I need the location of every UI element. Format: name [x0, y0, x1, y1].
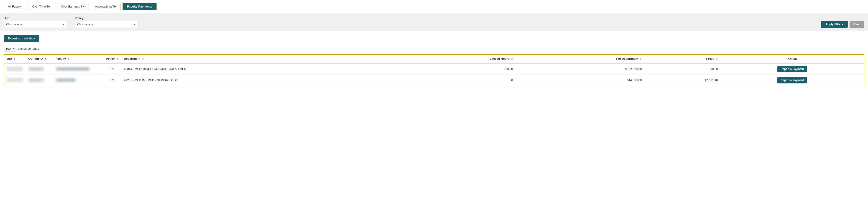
policy-sort-icon[interactable]: ▲▼ [116, 57, 118, 61]
entries-per-page-label: entries per page [18, 47, 39, 50]
cell-action-2: Report a Payment [721, 75, 864, 86]
cell-faculty-1: XXXXXXXXXXXXXXXX [53, 63, 103, 75]
apply-filters-button[interactable]: Apply Filters [821, 21, 848, 28]
entries-per-page-row: 10 25 50 100 entries per page [4, 46, 864, 52]
cell-paid-2: $2,621.18 [644, 75, 720, 86]
faculty-payments-table: UID ▲▼ UCPath ID ▲▼ Faculty ▲▼ Policy ▲▼ [4, 54, 864, 86]
tab-over-time-th[interactable]: Over Time TH [28, 3, 55, 10]
cell-faculty-2: XXXXXXXXX [53, 75, 103, 86]
policy-select[interactable]: Choose any [75, 21, 138, 28]
faculty-link-1[interactable]: XXXXXXXXXXXXXXXX [56, 67, 90, 71]
ucpath-blurred-2: XXXXXX [28, 78, 44, 82]
clear-filters-button[interactable]: Clear [849, 21, 864, 28]
tab-approaching-th[interactable]: Approaching TH [91, 3, 121, 10]
col-action: Action [721, 55, 864, 63]
cell-policy-1: 671 [103, 63, 121, 75]
department-sort-icon[interactable]: ▲▼ [142, 57, 144, 61]
tab-bar: All Faculty Over Time TH Over Earnings T… [0, 0, 868, 13]
policy-filter-group: Policy: Choose any [75, 17, 138, 28]
cell-exceed-1: 1732.0 [398, 63, 516, 75]
exceed-sort-icon[interactable]: ▲▼ [511, 57, 513, 61]
table-header-row: UID ▲▼ UCPath ID ▲▼ Faculty ▲▼ Policy ▲▼ [4, 55, 864, 63]
col-policy: Policy ▲▼ [103, 55, 121, 63]
cell-dept-dollar-1: $162,920.00 [516, 63, 644, 75]
uid-blurred-2 [7, 78, 23, 82]
entries-per-page-select[interactable]: 10 25 50 100 [4, 46, 17, 52]
col-exceed-hours: Exceed Hours ▲▼ [398, 55, 516, 63]
cell-uid-1 [4, 63, 26, 75]
tab-all-faculty[interactable]: All Faculty [4, 3, 26, 10]
col-paid: $ Paid ▲▼ [644, 55, 720, 63]
table-row: XXXXXX XXXXXXXXX 671 49235 - MED INT MED… [4, 75, 864, 86]
ucpath-sort-icon[interactable]: ▲▼ [44, 57, 46, 61]
cell-action-1: Report a Payment [721, 63, 864, 75]
uid-blurred-1 [7, 67, 23, 71]
col-faculty: Faculty ▲▼ [53, 55, 103, 63]
policy-label: Policy: [75, 17, 138, 20]
tab-over-earnings-th[interactable]: Over Earnings TH [57, 3, 89, 10]
ucpath-blurred-1: XXXXXX [28, 67, 44, 71]
unit-select[interactable]: Choose one [4, 21, 67, 28]
cell-exceed-2: 0 [398, 75, 516, 86]
col-department: Department ▲▼ [121, 55, 398, 63]
cell-department-1: 49044 - MED: BIOCHEM & MOLECULAR MED [121, 63, 398, 75]
main-content: Export current data 10 25 50 100 entries… [0, 31, 868, 90]
cell-uid-2 [4, 75, 26, 86]
cell-dept-dollar-2: $14,653.00 [516, 75, 644, 86]
col-uid: UID ▲▼ [4, 55, 26, 63]
uid-sort-icon[interactable]: ▲▼ [14, 57, 16, 61]
filter-bar: Unit: Choose one Policy: Choose any Appl… [0, 13, 868, 31]
tab-faculty-payments[interactable]: Faculty Payments [123, 3, 157, 10]
table-row: XXXXXX XXXXXXXXXXXXXXXX 671 49044 - MED:… [4, 63, 864, 75]
col-dept-dollar: $ to Department ▲▼ [516, 55, 644, 63]
unit-filter-group: Unit: Choose one [4, 17, 67, 28]
col-ucpath-id: UCPath ID ▲▼ [26, 55, 53, 63]
cell-ucpath-2: XXXXXX [26, 75, 53, 86]
unit-label: Unit: [4, 17, 67, 20]
cell-policy-2: 671 [103, 75, 121, 86]
filter-actions: Apply Filters Clear [821, 21, 864, 28]
report-payment-button-2[interactable]: Report a Payment [777, 77, 807, 83]
faculty-link-2[interactable]: XXXXXXXXX [56, 78, 76, 82]
paid-sort-icon[interactable]: ▲▼ [716, 57, 718, 61]
faculty-sort-icon[interactable]: ▲▼ [68, 57, 69, 61]
cell-ucpath-1: XXXXXX [26, 63, 53, 75]
cell-paid-1: $0.00 [644, 63, 720, 75]
cell-department-2: 49235 - MED INT MED - NEPHROLOGY [121, 75, 398, 86]
dept-dollar-sort-icon[interactable]: ▲▼ [640, 57, 642, 61]
export-button[interactable]: Export current data [4, 35, 39, 42]
report-payment-button-1[interactable]: Report a Payment [777, 66, 807, 72]
